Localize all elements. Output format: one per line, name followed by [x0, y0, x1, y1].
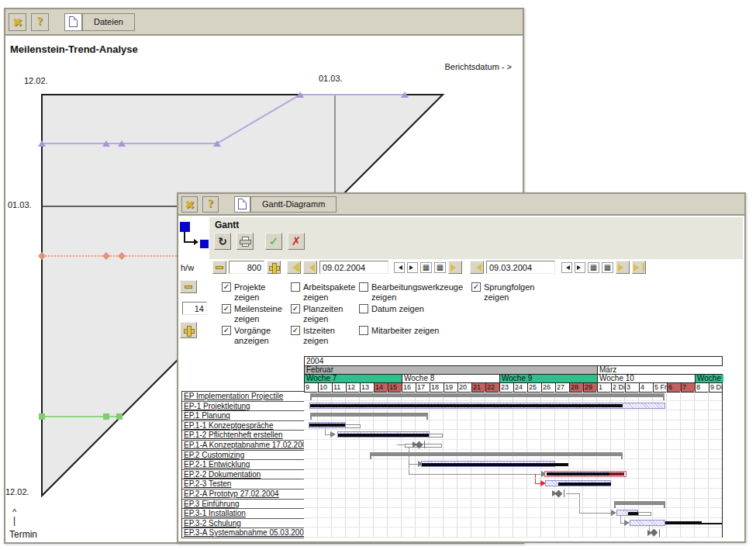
jump-start-button[interactable] [287, 261, 301, 274]
row-height-input[interactable] [182, 302, 207, 315]
bar-black[interactable] [609, 472, 624, 476]
bar-summary[interactable] [370, 452, 623, 456]
task-label[interactable]: EP.2-1 Entwicklung [182, 460, 304, 470]
bar-summary[interactable] [310, 413, 428, 417]
dateien-button[interactable]: Dateien [82, 13, 135, 31]
panel-title: Gantt [215, 220, 239, 230]
print-button[interactable] [236, 233, 254, 250]
task-label[interactable]: EP.1-A Konzeptabnahme 17.02.2004 [182, 441, 304, 451]
checkbox[interactable] [359, 282, 368, 292]
task-label[interactable]: EP.1 Planung [182, 411, 304, 421]
task-label[interactable]: EP.2-3 Testen [182, 479, 304, 489]
checkbox-item: ✓Sprungfolgen zeigen [471, 282, 554, 303]
bar-arrow[interactable] [624, 520, 630, 526]
bar-black[interactable] [310, 404, 623, 407]
start-day-forward-button[interactable] [407, 262, 418, 273]
bar-summary[interactable] [614, 501, 665, 505]
checkbox-item: Datum zeigen [359, 304, 474, 314]
checkbox[interactable]: ✓ [222, 326, 231, 335]
close-button[interactable]: ✖ [9, 13, 26, 31]
task-label[interactable]: EP.3 Einführung [182, 500, 304, 510]
axis-tick-label: 01.03. [8, 200, 32, 209]
bar-black[interactable] [558, 483, 611, 486]
milestone-icon[interactable] [413, 441, 425, 448]
bar-black[interactable] [422, 463, 568, 466]
start-day-back-button[interactable] [394, 262, 405, 273]
hw-label: h/w [181, 263, 194, 272]
bar-black[interactable] [665, 521, 702, 524]
triangle-right-icon [577, 265, 583, 270]
document-icon [238, 199, 247, 209]
task-label[interactable]: EP.2-A Prototyp 27.02.2004 [182, 489, 304, 500]
task-label[interactable]: EP Implementation Projectile [182, 392, 304, 402]
checkbox-label: Istzeiten zeigen [303, 326, 359, 346]
end-back-button[interactable] [470, 261, 484, 274]
task-label[interactable]: EP.3-2 Schulung [182, 519, 304, 529]
bar-black[interactable] [309, 424, 345, 427]
checkbox[interactable]: ✓ [291, 304, 300, 313]
end-date-input[interactable] [486, 261, 555, 274]
jump-end-button[interactable] [632, 261, 646, 274]
start-date-input[interactable] [319, 261, 388, 274]
cancel-button[interactable]: ✗ [288, 233, 305, 250]
milestone-icon[interactable] [552, 489, 564, 497]
task-label[interactable]: EP.2 Customizing [182, 451, 304, 461]
task-label[interactable]: EP-1 Projektleitung [182, 402, 304, 412]
end-day-forward-button[interactable] [575, 262, 585, 273]
checkbox[interactable] [359, 326, 368, 335]
month-row: FebruarMärz [305, 366, 722, 375]
checkbox[interactable]: ✓ [471, 282, 481, 292]
calendar-icon: ▦ [423, 264, 430, 272]
help-button[interactable]: ? [202, 196, 219, 213]
task-label-column: EP Implementation ProjectileEP-1 Projekt… [181, 391, 304, 538]
checkbox[interactable]: ✓ [222, 304, 231, 313]
bar-arrow[interactable] [611, 510, 616, 516]
bar-black[interactable] [547, 472, 609, 476]
refresh-button[interactable]: ↻ [214, 233, 231, 250]
end-calendar-button[interactable]: ▦ [588, 262, 599, 273]
checkbox[interactable] [359, 304, 368, 313]
document-button[interactable] [64, 13, 82, 31]
checkbox-label: Sprungfolgen zeigen [484, 282, 554, 303]
width-input[interactable] [229, 261, 264, 274]
apply-button[interactable]: ✓ [265, 233, 282, 250]
bar-outline[interactable] [345, 424, 361, 428]
bar-line[interactable] [702, 523, 722, 524]
start-calendar-button[interactable]: ▦ [420, 262, 432, 273]
milestone-icon[interactable] [647, 529, 660, 537]
document-button[interactable] [234, 196, 250, 213]
checkbox[interactable]: ✓ [222, 282, 231, 292]
width-increase-button[interactable] [267, 261, 281, 274]
close-button[interactable]: ✖ [181, 196, 198, 213]
task-label[interactable]: EP.2-2 Dokumentation [182, 470, 304, 480]
axis-tick-label: 12.02. [5, 487, 29, 496]
width-decrease-button[interactable] [212, 261, 226, 274]
bar-outline[interactable] [638, 512, 651, 516]
bar-summary[interactable] [310, 393, 665, 397]
start-calendar-today-button[interactable]: ▦ [434, 262, 446, 273]
help-button[interactable]: ? [31, 13, 49, 31]
milestone-tick [424, 441, 425, 448]
row-height-increase-button[interactable] [180, 322, 197, 338]
bar-black[interactable] [338, 434, 429, 437]
arrow-right-icon [450, 264, 460, 272]
end-calendar-today-button[interactable]: ▦ [602, 262, 613, 273]
end-forward-button[interactable] [616, 261, 630, 274]
checkbox-label: Bearbeitungswerkzeuge zeigen [371, 282, 474, 303]
task-label[interactable]: EP.3-A Systemabnahme 05.03.2004 [182, 528, 304, 538]
cancel-icon: ✗ [292, 236, 302, 247]
task-label[interactable]: EP.1-1 Konzeptgespräche [182, 421, 304, 431]
task-label[interactable]: EP.3-1 Installation [182, 509, 304, 519]
checkbox[interactable] [291, 282, 300, 292]
gantt-diagramm-button[interactable]: Gantt-Diagramm [250, 196, 337, 213]
checkbox[interactable]: ✓ [291, 326, 300, 335]
task-label[interactable]: EP.1-2 Pflichtenheft erstellen [182, 431, 304, 441]
end-day-back-button[interactable] [561, 262, 572, 273]
start-forward-button[interactable] [448, 261, 462, 274]
bar-outline[interactable] [429, 434, 443, 438]
bar-arrow[interactable] [330, 431, 336, 438]
start-back-button[interactable] [303, 261, 317, 274]
bar-black[interactable] [628, 512, 638, 515]
bar-plan[interactable] [630, 520, 665, 526]
row-height-decrease-button[interactable] [180, 280, 197, 293]
